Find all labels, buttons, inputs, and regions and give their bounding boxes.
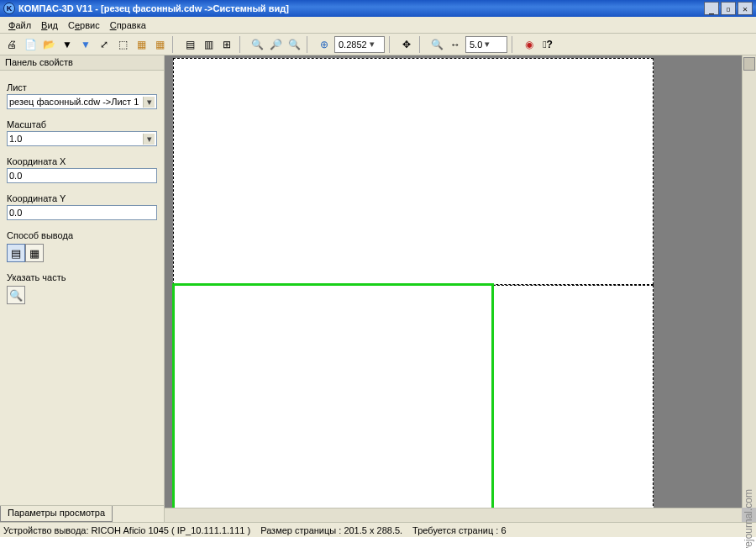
zoom-value: 0.2852 (339, 40, 367, 50)
preview-pane: A Б-Б 6.3 A-A 1. ──────────── (165, 55, 756, 522)
scale-label: Масштаб (7, 119, 157, 129)
context-help-icon[interactable]: 𖧈? (539, 36, 556, 53)
red-dot-icon[interactable]: ◉ (521, 36, 538, 53)
window-title: КОМПАС-3D V11 - [резец фасонный.cdw ->Си… (18, 3, 289, 13)
part-label: Указать часть (7, 272, 157, 282)
menu-file-label: айл (15, 20, 31, 30)
zoom1-icon[interactable]: ⊕ (316, 36, 333, 53)
preview-icon[interactable]: 📄 (22, 36, 39, 53)
toolbar-separator (419, 36, 424, 53)
coordx-label: Координата X (7, 156, 157, 166)
zoomfit-icon[interactable]: ⤢ (96, 36, 113, 53)
layout2-icon[interactable]: ▥ (200, 36, 217, 53)
status-pagesize: Размер страницы : 201.5 x 288.5. (260, 525, 402, 535)
toolbar-separator (172, 36, 177, 53)
svg-text:2. ──────────────────: 2. ────────────────── (353, 421, 412, 426)
svg-text:1. ────────────: 1. ──────────── (353, 415, 394, 420)
watermark: nkram.livejournal.com (743, 489, 754, 548)
title-bar: K КОМПАС-3D V11 - [резец фасонный.cdw ->… (0, 0, 756, 17)
filter-icon[interactable]: ▼ (59, 36, 76, 53)
svg-text:6.3: 6.3 (454, 299, 462, 305)
output-mode-part-icon[interactable]: ▦ (25, 244, 44, 262)
chevron-down-icon: ▾ (143, 134, 155, 145)
toolbar: 🖨 📄 📂 ▼ ▼ ⤢ ⬚ ▦ ▦ ▤ ▥ ⊞ 🔍 🔎 🔍 ⊕ 0.2852 ▾… (0, 34, 756, 55)
minimize-button[interactable]: _ (704, 2, 719, 15)
tile-icon[interactable]: ▦ (133, 36, 150, 53)
tile2-icon[interactable]: ▦ (151, 36, 168, 53)
svg-text:3. ────────────────: 3. ──────────────── (353, 427, 406, 432)
drawing-thumbnail: A Б-Б 6.3 A-A 1. ──────────── (180, 289, 487, 507)
chevron-down-icon: ▾ (482, 39, 492, 50)
toolbar-separator (239, 36, 244, 53)
coordy-input[interactable] (7, 205, 157, 220)
select-part-icon[interactable]: 🔍 (7, 286, 25, 304)
layout1-icon[interactable]: ▤ (181, 36, 198, 53)
restore-inner-button[interactable]: ▫ (721, 2, 736, 15)
sheet-select[interactable]: резец фасонный.cdw ->Лист 1 ▾ (7, 94, 157, 109)
zoomsel-icon[interactable]: ⬚ (114, 36, 131, 53)
funnel-icon[interactable]: ▼ (77, 36, 94, 53)
layout3-icon[interactable]: ⊞ (218, 36, 235, 53)
svg-rect-0 (181, 291, 486, 505)
status-bar: Устройство вывода: RICOH Aficio 1045 ( I… (0, 522, 756, 537)
zoom-actual-icon[interactable]: 🔍 (286, 36, 302, 53)
status-pages-needed: Требуется страниц : 6 (412, 525, 506, 535)
output-label: Способ вывода (7, 230, 157, 240)
output-mode-sheet-icon[interactable]: ▤ (7, 244, 25, 262)
svg-text:A-A: A-A (430, 350, 440, 356)
coordx-input[interactable] (7, 168, 157, 183)
search-icon[interactable]: 🔍 (428, 36, 445, 53)
coordy-label: Координата Y (7, 193, 157, 203)
menu-help[interactable]: Справка (105, 18, 151, 32)
menu-view[interactable]: Вид (36, 18, 63, 32)
scale-select[interactable]: 1.0 ▾ (7, 131, 157, 146)
preview-canvas[interactable]: A Б-Б 6.3 A-A 1. ──────────── (165, 55, 742, 508)
vertical-scrollbar[interactable] (742, 55, 756, 508)
zoomin-icon[interactable]: 🔍 (249, 36, 265, 53)
hand-icon[interactable]: ✥ (398, 36, 415, 53)
menu-service[interactable]: Сервис (63, 18, 105, 32)
print-icon[interactable]: 🖨 (3, 36, 20, 53)
properties-panel: Панель свойств Лист резец фасонный.cdw -… (0, 55, 165, 522)
status-device: Устройство вывода: RICOH Aficio 1045 ( I… (3, 525, 250, 535)
toolbar-separator (389, 36, 394, 53)
measure-icon[interactable]: ↔ (447, 36, 464, 53)
panel-title: Панель свойств (0, 55, 164, 71)
menu-file[interactable]: Файл (3, 18, 36, 32)
zoomout-icon[interactable]: 🔎 (267, 36, 284, 53)
distance-value: 5.0 (470, 40, 482, 50)
app-icon: K (3, 3, 15, 14)
menu-bar: Файл Вид Сервис Справка (0, 17, 756, 34)
page-area-top (173, 58, 654, 285)
chevron-down-icon: ▾ (367, 39, 377, 50)
close-inner-button[interactable]: ✕ (738, 2, 753, 15)
zoom-combo[interactable]: 0.2852 ▾ (334, 36, 385, 53)
horizontal-scrollbar[interactable] (165, 508, 742, 522)
tab-view-params[interactable]: Параметры просмотра (0, 506, 113, 522)
toolbar-separator (307, 36, 312, 53)
chevron-down-icon: ▾ (143, 97, 155, 108)
sheet-value: резец фасонный.cdw ->Лист 1 (9, 97, 139, 107)
svg-rect-11 (202, 474, 252, 489)
toolbar-separator (512, 36, 517, 53)
open-icon[interactable]: 📂 (40, 36, 57, 53)
scale-value: 1.0 (9, 134, 22, 144)
svg-text:4. ──────────: 4. ────────── (353, 433, 387, 438)
svg-text:Б-Б: Б-Б (391, 299, 402, 305)
panel-tab-bar: Параметры просмотра (0, 505, 164, 522)
sheet-label: Лист (7, 82, 157, 92)
work-area: Панель свойств Лист резец фасонный.cdw -… (0, 55, 756, 522)
svg-text:A: A (344, 299, 348, 305)
distance-combo[interactable]: 5.0 ▾ (465, 36, 507, 53)
page-cell (493, 285, 654, 510)
panel-body: Лист резец фасонный.cdw ->Лист 1 ▾ Масшт… (0, 71, 164, 505)
